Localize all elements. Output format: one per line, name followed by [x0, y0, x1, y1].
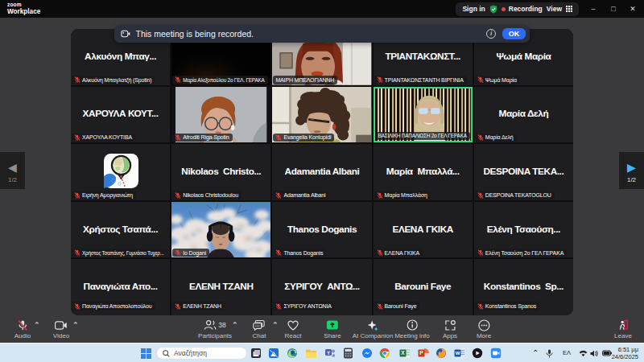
svg-text:X: X: [401, 350, 405, 356]
svg-text:W: W: [456, 351, 460, 356]
svg-text:P: P: [419, 350, 423, 356]
svg-text:T: T: [327, 351, 330, 356]
